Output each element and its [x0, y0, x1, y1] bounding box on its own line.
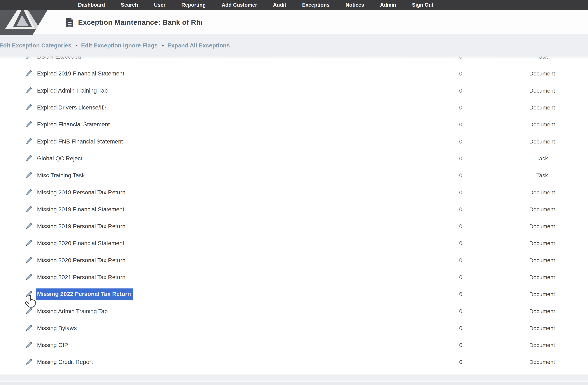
- exception-type: Document: [509, 342, 575, 348]
- exception-type: Document: [509, 104, 575, 111]
- nav-add-customer[interactable]: Add Customer: [222, 2, 257, 8]
- exception-type: Document: [509, 223, 575, 230]
- nav-search[interactable]: Search: [121, 2, 138, 8]
- exception-type: Document: [509, 138, 575, 145]
- exception-count: 0: [438, 291, 483, 297]
- exception-name[interactable]: Missing 2020 Personal Tax Return: [37, 257, 125, 264]
- edit-pencil-icon[interactable]: [24, 205, 33, 214]
- table-row: Missing 2020 Financial Statement 0 Docum…: [0, 235, 588, 252]
- toolbar: Edit Exception Categories • Edit Excepti…: [0, 35, 588, 56]
- nav-admin[interactable]: Admin: [380, 2, 396, 8]
- exception-name[interactable]: Missing 2018 Personal Tax Return: [37, 189, 125, 196]
- app-root: Dashboard Search User Reporting Add Cust…: [0, 0, 588, 385]
- exception-name[interactable]: Expired Admin Training Tab: [37, 87, 108, 94]
- table-row: Expired 2019 Financial Statement 0 Docum…: [0, 65, 588, 82]
- edit-pencil-icon[interactable]: [24, 154, 33, 163]
- nav-audit[interactable]: Audit: [273, 2, 286, 8]
- exception-name[interactable]: Missing 2019 Personal Tax Return: [37, 223, 125, 230]
- edit-pencil-icon[interactable]: [24, 324, 33, 333]
- exception-count: 0: [438, 206, 483, 212]
- edit-pencil-icon[interactable]: [24, 120, 33, 129]
- exception-type: Document: [509, 291, 575, 297]
- table-row: Missing 2018 Personal Tax Return 0 Docum…: [0, 184, 588, 201]
- table-row: Misc Training Task 0 Task: [0, 167, 588, 184]
- exception-count: 0: [438, 308, 483, 314]
- edit-pencil-icon[interactable]: [24, 69, 33, 78]
- table-row: Expired Drivers License/ID 0 Document: [0, 99, 588, 116]
- nav-reporting[interactable]: Reporting: [181, 2, 206, 8]
- edit-pencil-icon[interactable]: [24, 341, 33, 349]
- separator-dot: •: [162, 43, 164, 48]
- edit-pencil-icon[interactable]: [24, 357, 33, 366]
- bottom-strip-gap: [0, 381, 588, 382]
- nav-notices[interactable]: Notices: [346, 2, 364, 8]
- table-row: Missing CIP 0 Document: [0, 337, 588, 353]
- nav-user[interactable]: User: [154, 2, 165, 8]
- link-edit-exception-categories[interactable]: Edit Exception Categories: [0, 42, 71, 49]
- exception-count: 0: [438, 104, 483, 111]
- edit-pencil-icon[interactable]: [24, 239, 33, 248]
- exception-count: 0: [438, 87, 483, 94]
- edit-pencil-icon[interactable]: [24, 188, 33, 197]
- exception-type: Document: [509, 240, 575, 247]
- exception-name[interactable]: Global QC Reject: [37, 155, 82, 162]
- edit-pencil-icon[interactable]: [24, 273, 33, 282]
- edit-pencil-icon[interactable]: [24, 103, 33, 112]
- bottom-strip-lower: [0, 382, 588, 385]
- link-expand-all-exceptions[interactable]: Expand All Exceptions: [168, 42, 230, 49]
- exception-name[interactable]: Missing CIP: [37, 342, 68, 348]
- exception-count: 0: [438, 342, 483, 348]
- edit-pencil-icon[interactable]: [24, 171, 33, 180]
- edit-pencil-icon[interactable]: [24, 256, 33, 265]
- document-icon: [65, 17, 74, 28]
- exception-name[interactable]: Misc Training Task: [37, 172, 85, 179]
- exception-name[interactable]: Expired FNB Financial Statement: [37, 138, 123, 145]
- table-row-selected: Missing 2022 Personal Tax Return 0 Docum…: [0, 286, 588, 303]
- bottom-strip: [0, 375, 588, 381]
- link-edit-exception-ignore-flags[interactable]: Edit Exception Ignore Flags: [81, 42, 158, 49]
- exception-name[interactable]: Missing Bylaws: [37, 325, 77, 331]
- edit-pencil-icon[interactable]: [24, 137, 33, 146]
- nav-dashboard[interactable]: Dashboard: [78, 2, 105, 8]
- edit-pencil-icon[interactable]: [24, 86, 33, 95]
- exception-count: 0: [438, 257, 483, 263]
- exception-count: 0: [438, 121, 483, 128]
- exception-type: Task: [509, 172, 575, 179]
- edit-pencil-icon[interactable]: [24, 222, 33, 231]
- separator-dot: •: [76, 43, 78, 48]
- exception-type: Document: [509, 87, 575, 94]
- table-row: Missing Bylaws 0 Document: [0, 320, 588, 337]
- exception-name[interactable]: Expired 2019 Financial Statement: [37, 70, 124, 77]
- exception-count: 0: [438, 70, 483, 77]
- exception-name[interactable]: Expired Drivers License/ID: [37, 104, 106, 111]
- exception-name[interactable]: Missing 2021 Personal Tax Return: [37, 274, 125, 281]
- exception-name[interactable]: Missing 2020 Financial Statement: [37, 240, 124, 247]
- exception-type: Document: [509, 121, 575, 128]
- exception-count: 0: [438, 189, 483, 195]
- exception-type: Task: [509, 155, 575, 162]
- nav-sign-out[interactable]: Sign Out: [412, 2, 433, 8]
- exception-type: Document: [509, 359, 575, 365]
- table-row: Missing 2019 Personal Tax Return 0 Docum…: [0, 218, 588, 235]
- exception-type: Document: [509, 257, 575, 263]
- exception-name-selected[interactable]: Missing 2022 Personal Tax Return: [36, 289, 133, 300]
- exception-name[interactable]: Missing 2019 Financial Statement: [37, 206, 124, 213]
- exception-name[interactable]: Missing Admin Training Tab: [37, 308, 108, 314]
- table-row: Expired FNB Financial Statement 0 Docume…: [0, 133, 588, 150]
- exception-name[interactable]: Missing Credit Report: [37, 359, 93, 365]
- table-row: Expired Admin Training Tab 0 Document: [0, 82, 588, 99]
- exception-count: 0: [438, 172, 483, 179]
- exception-table: DSCR Exceeded 0 Task Expired 2019 Financ…: [0, 48, 588, 371]
- exception-type: Document: [509, 325, 575, 331]
- exception-name[interactable]: Expired Financial Statement: [37, 121, 110, 128]
- nav-exceptions[interactable]: Exceptions: [302, 2, 329, 8]
- exception-type: Document: [509, 70, 575, 77]
- table-row: Missing 2021 Personal Tax Return 0 Docum…: [0, 269, 588, 286]
- table-row: Missing 2020 Personal Tax Return 0 Docum…: [0, 252, 588, 269]
- table-row: Missing Admin Training Tab 0 Document: [0, 303, 588, 320]
- exception-type: Document: [509, 189, 575, 195]
- exception-type: Document: [509, 274, 575, 281]
- exception-count: 0: [438, 223, 483, 230]
- table-row: Expired Financial Statement 0 Document: [0, 116, 588, 133]
- mouse-pointer-hand-icon: [24, 295, 36, 310]
